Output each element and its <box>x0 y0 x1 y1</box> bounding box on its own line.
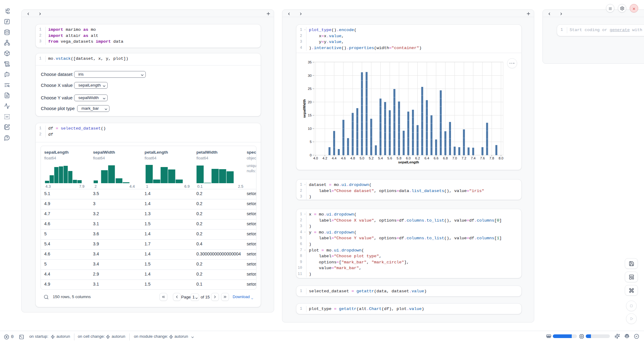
svg-text:35: 35 <box>308 60 312 64</box>
svg-text:4.0: 4.0 <box>313 156 318 160</box>
svg-text:0: 0 <box>310 153 312 157</box>
svg-text:6.2: 6.2 <box>415 156 420 160</box>
svg-text:30: 30 <box>308 74 312 77</box>
svg-text:7.8: 7.8 <box>489 156 494 160</box>
svg-text:4.4: 4.4 <box>332 156 337 160</box>
svg-text:6.4: 6.4 <box>424 156 429 160</box>
svg-text:5.4: 5.4 <box>378 156 383 160</box>
svg-text:5.8: 5.8 <box>397 156 402 160</box>
svg-text:6.0: 6.0 <box>406 156 411 160</box>
svg-text:sepalLength: sepalLength <box>398 160 419 164</box>
svg-text:8.0: 8.0 <box>499 156 503 160</box>
svg-text:7.6: 7.6 <box>480 156 485 160</box>
svg-text:5.6: 5.6 <box>387 156 392 160</box>
svg-text:6.6: 6.6 <box>434 156 438 160</box>
svg-text:7.4: 7.4 <box>471 156 476 160</box>
svg-text:4.6: 4.6 <box>341 156 346 160</box>
svg-text:10: 10 <box>308 127 312 130</box>
svg-text:15: 15 <box>308 113 312 117</box>
svg-text:20: 20 <box>308 100 312 104</box>
svg-text:4.8: 4.8 <box>350 156 355 160</box>
svg-text:7.0: 7.0 <box>452 156 457 160</box>
svg-text:5.0: 5.0 <box>360 156 364 160</box>
svg-text:25: 25 <box>308 87 312 91</box>
svg-text:6.8: 6.8 <box>443 156 448 160</box>
svg-text:5: 5 <box>310 140 312 144</box>
svg-text:4.2: 4.2 <box>323 156 327 160</box>
svg-text:sepalWidth: sepalWidth <box>302 99 306 118</box>
svg-text:7.2: 7.2 <box>462 156 467 160</box>
svg-text:5.2: 5.2 <box>369 156 374 160</box>
